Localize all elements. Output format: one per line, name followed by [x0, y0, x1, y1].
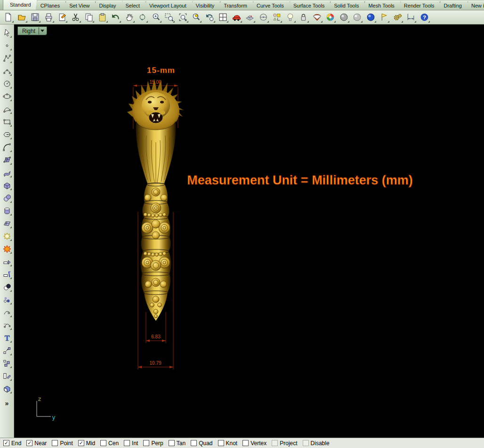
zoom-window-icon[interactable] [163, 11, 175, 23]
osnap-tan-checkbox[interactable] [169, 440, 175, 446]
open-file-icon[interactable] [16, 11, 28, 23]
osnap-point-checkbox[interactable] [52, 440, 58, 446]
toolbar-tab-surface-tools[interactable]: Surface Tools [286, 1, 331, 10]
undo-icon[interactable] [110, 11, 121, 23]
copy-to-clipboard-icon[interactable] [83, 11, 95, 23]
osnap-end-checkbox[interactable]: ✓ [3, 440, 9, 446]
toolbar-tab-solid-tools[interactable]: Solid Tools [327, 1, 365, 10]
cut-icon[interactable] [70, 11, 81, 23]
toolbar-tab-viewport-layout[interactable]: Viewport Layout [142, 1, 193, 10]
surface-from-points-icon[interactable] [2, 155, 12, 165]
toolbar-tab-curve-tools[interactable]: Curve Tools [250, 1, 290, 10]
toolbar-tab-standard[interactable]: Standard [3, 0, 37, 10]
explode-star-icon[interactable] [2, 231, 12, 241]
cplane-origin-icon[interactable] [258, 11, 269, 23]
copy-objects-icon[interactable] [2, 358, 12, 368]
make-2d-icon[interactable] [244, 11, 256, 23]
osnap-end[interactable]: ✓End [3, 440, 21, 447]
osnap-disable[interactable]: Disable [303, 440, 330, 447]
osnap-knot[interactable]: Knot [218, 440, 238, 447]
osnap-tan[interactable]: Tan [169, 440, 186, 447]
viewport-right[interactable]: Right [14, 24, 484, 438]
visibility-lamp-icon[interactable] [284, 11, 296, 23]
edit-notes-icon[interactable] [56, 11, 68, 23]
osnap-mid[interactable]: ✓Mid [78, 440, 95, 447]
ghosted-viewport-icon[interactable] [351, 11, 363, 23]
osnap-int-checkbox[interactable] [124, 440, 130, 446]
box-icon[interactable] [2, 180, 12, 191]
osnap-quad[interactable]: Quad [191, 440, 212, 447]
fillet-curves-icon[interactable] [2, 142, 12, 152]
explode-icon[interactable] [2, 244, 12, 254]
toolbar-tab-drafting[interactable]: Drafting [436, 1, 468, 10]
polygon-icon[interactable] [2, 129, 12, 140]
toolbar-tab-visibility[interactable]: Visibility [189, 1, 221, 10]
sphere-icon[interactable] [2, 193, 12, 203]
gold-carving-model[interactable] [127, 79, 184, 321]
circle-icon[interactable] [2, 79, 12, 89]
toolbar-tab-cplanes[interactable]: CPlanes [33, 1, 66, 10]
osnap-int[interactable]: Int [124, 440, 138, 447]
pan-view-icon[interactable] [123, 11, 135, 23]
osnap-project-checkbox[interactable] [272, 440, 278, 446]
toolbar-tab-display[interactable]: Display [92, 1, 122, 10]
named-views-icon[interactable] [231, 11, 242, 23]
paste-icon[interactable] [97, 11, 108, 23]
conic-curve-icon[interactable] [2, 104, 12, 114]
viewport-menu-arrow-icon[interactable] [39, 27, 46, 34]
text-object-icon[interactable]: T [2, 333, 12, 343]
rebuild-curve-icon[interactable] [2, 320, 12, 330]
split-icon[interactable] [2, 269, 12, 280]
flag-tool-icon[interactable] [378, 11, 390, 23]
zoom-selected-icon[interactable] [190, 11, 202, 23]
select-pointer-icon[interactable] [2, 28, 12, 38]
single-point-icon[interactable] [2, 40, 12, 51]
toolbar-tab-transform[interactable]: Transform [217, 1, 253, 10]
rotate-view-icon[interactable] [137, 11, 148, 23]
boolean-difference-icon[interactable] [2, 282, 12, 292]
toolbar-tab-set-view[interactable]: Set View [62, 1, 96, 10]
toolbar-tab-select[interactable]: Select [119, 1, 146, 10]
osnap-cen[interactable]: Cen [100, 440, 119, 447]
undo-view-change-icon[interactable] [204, 11, 216, 23]
solid-union-icon[interactable] [2, 384, 12, 394]
osnap-near[interactable]: ✓Near [26, 440, 47, 447]
rectangle-icon[interactable] [2, 117, 12, 127]
layer-tools-icon[interactable] [311, 11, 323, 23]
osnap-disable-checkbox[interactable] [303, 440, 309, 446]
osnap-vertex[interactable]: Vertex [242, 440, 266, 447]
viewport-canvas[interactable]: 15.00 6.83 10.79 15-mm Measurement Unit … [14, 24, 484, 438]
more-tools-button[interactable]: » [2, 398, 12, 408]
zoom-extents-icon[interactable] [177, 11, 189, 23]
osnap-project[interactable]: Project [272, 440, 297, 447]
color-wheel-icon[interactable] [324, 11, 336, 23]
curved-surface-icon[interactable] [2, 168, 12, 178]
osnap-perp[interactable]: Perp [143, 440, 163, 447]
viewport-layout-icon[interactable] [217, 11, 229, 23]
save-file-icon[interactable] [29, 11, 41, 23]
point-cloud-icon[interactable] [2, 295, 12, 305]
toolbar-tab-mesh-tools[interactable]: Mesh Tools [361, 1, 400, 10]
cylinder-icon[interactable] [2, 206, 12, 216]
rendered-viewport-icon[interactable] [365, 11, 377, 23]
osnap-near-checkbox[interactable]: ✓ [26, 440, 32, 446]
dimension-tools-icon[interactable] [405, 11, 417, 23]
print-icon[interactable] [43, 11, 55, 23]
move-icon[interactable] [2, 345, 12, 356]
zoom-dynamic-icon[interactable] [150, 11, 162, 23]
patch-surface-icon[interactable] [2, 218, 12, 229]
control-point-curve-icon[interactable] [2, 66, 12, 76]
new-file-icon[interactable] [2, 11, 14, 23]
shaded-viewport-icon[interactable] [338, 11, 350, 23]
osnap-knot-checkbox[interactable] [218, 440, 224, 446]
polyline-icon[interactable] [2, 53, 12, 64]
toolbar-tab-render-tools[interactable]: Render Tools [397, 1, 441, 10]
osnap-perp-checkbox[interactable] [143, 440, 149, 446]
osnap-point[interactable]: Point [52, 440, 73, 447]
document-properties-icon[interactable] [392, 11, 403, 23]
ellipse-icon[interactable] [2, 91, 12, 102]
osnap-mid-checkbox[interactable]: ✓ [78, 440, 84, 446]
adjust-curve-icon[interactable] [2, 307, 12, 318]
osnap-vertex-checkbox[interactable] [242, 440, 249, 446]
osnap-cen-checkbox[interactable] [100, 440, 106, 446]
